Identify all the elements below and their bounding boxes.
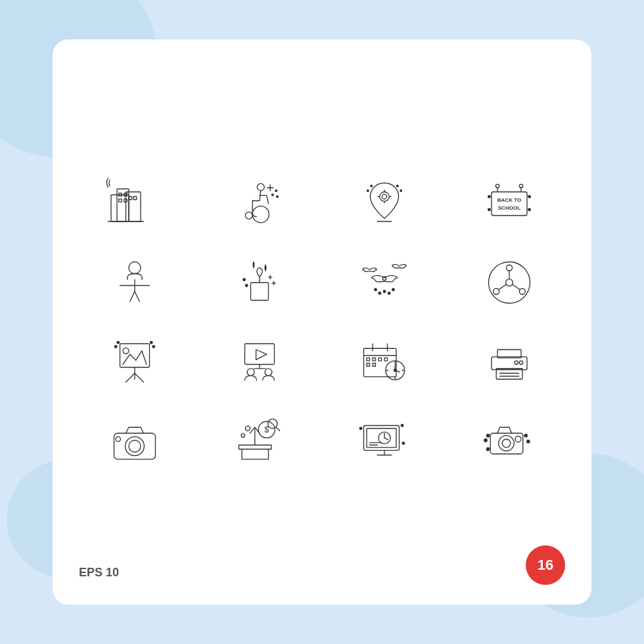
wheelchair-icon (204, 174, 315, 233)
svg-point-116 (241, 434, 244, 437)
svg-rect-91 (373, 363, 376, 367)
money-search-icon: $ (204, 411, 315, 470)
svg-point-36 (488, 195, 491, 198)
svg-point-10 (257, 183, 264, 191)
svg-point-11 (252, 206, 269, 223)
city-buildings-icon (79, 174, 191, 233)
svg-point-73 (117, 341, 120, 344)
svg-rect-5 (119, 199, 122, 202)
svg-point-15 (271, 194, 273, 196)
svg-line-70 (126, 373, 135, 382)
svg-line-71 (135, 373, 144, 382)
svg-rect-76 (245, 344, 275, 365)
svg-rect-8 (133, 196, 137, 200)
svg-rect-103 (492, 357, 527, 370)
svg-line-125 (384, 438, 388, 440)
svg-point-40 (129, 262, 141, 274)
svg-point-133 (502, 439, 511, 448)
svg-point-135 (486, 434, 490, 438)
svg-point-26 (396, 185, 398, 187)
svg-rect-7 (129, 196, 132, 200)
art-easel-icon (79, 332, 191, 391)
svg-point-19 (382, 195, 386, 199)
svg-point-68 (123, 348, 129, 354)
svg-point-58 (388, 292, 390, 294)
svg-point-24 (371, 185, 373, 187)
svg-rect-86 (367, 358, 370, 361)
svg-line-65 (513, 285, 520, 290)
icon-count-badge: 16 (526, 545, 565, 585)
svg-line-66 (499, 285, 507, 290)
svg-point-59 (489, 262, 530, 304)
svg-point-109 (126, 437, 145, 456)
svg-point-127 (401, 425, 403, 427)
svg-point-105 (515, 361, 518, 364)
svg-text:SCHOOL: SCHOOL (498, 205, 521, 211)
settings-location-icon (329, 174, 440, 233)
svg-point-75 (150, 341, 152, 344)
svg-point-136 (484, 439, 488, 442)
svg-point-55 (383, 290, 386, 293)
svg-point-61 (507, 265, 513, 271)
svg-rect-82 (364, 348, 397, 377)
svg-point-25 (367, 190, 369, 192)
icon-grid: BACK TO SCHOOL (79, 174, 565, 470)
svg-point-54 (375, 288, 377, 291)
svg-point-60 (506, 279, 513, 287)
svg-line-42 (130, 292, 135, 302)
svg-point-56 (392, 288, 395, 291)
svg-point-12 (245, 212, 252, 219)
svg-point-115 (245, 426, 250, 430)
svg-point-106 (519, 361, 522, 364)
calendar-clock-icon (329, 332, 440, 391)
svg-point-132 (499, 436, 514, 451)
svg-rect-45 (251, 283, 269, 300)
svg-point-37 (528, 195, 531, 198)
svg-line-43 (135, 292, 139, 302)
projector-camera-icon (453, 411, 565, 470)
svg-rect-120 (367, 428, 396, 448)
svg-rect-90 (367, 363, 370, 367)
svg-point-139 (486, 448, 490, 451)
back-to-school-icon: BACK TO SCHOOL (453, 174, 565, 233)
svg-point-38 (528, 208, 531, 211)
svg-rect-87 (373, 358, 376, 361)
svg-point-16 (275, 190, 277, 192)
person-icon (79, 253, 191, 312)
svg-point-72 (114, 346, 117, 348)
svg-point-18 (380, 192, 389, 201)
svg-point-52 (243, 279, 246, 281)
svg-rect-29 (492, 192, 527, 216)
camera-icon (79, 411, 191, 470)
svg-point-128 (402, 442, 405, 445)
svg-point-111 (116, 437, 120, 442)
svg-point-138 (527, 440, 530, 444)
svg-line-118 (276, 427, 279, 430)
svg-point-78 (247, 369, 254, 376)
svg-rect-88 (379, 358, 382, 361)
svg-point-79 (265, 369, 272, 376)
svg-point-95 (394, 369, 396, 372)
printer-icon (453, 332, 565, 391)
svg-point-74 (152, 346, 155, 348)
svg-marker-77 (256, 350, 267, 359)
svg-rect-119 (364, 426, 400, 451)
svg-point-134 (515, 436, 521, 442)
main-card: BACK TO SCHOOL (53, 39, 591, 605)
video-presentation-icon (204, 332, 315, 391)
svg-text:BACK TO: BACK TO (497, 197, 522, 203)
svg-point-126 (359, 427, 362, 430)
eps-label: EPS 10 (79, 566, 119, 580)
share-circle-icon (453, 253, 565, 312)
svg-point-39 (488, 208, 491, 211)
computer-time-icon (329, 411, 440, 470)
svg-point-110 (129, 440, 141, 452)
svg-point-51 (245, 285, 248, 287)
svg-point-27 (400, 190, 402, 192)
svg-point-57 (379, 292, 381, 294)
bats-icon (329, 253, 440, 312)
svg-point-53 (382, 277, 386, 280)
svg-point-17 (277, 196, 279, 198)
svg-rect-89 (384, 358, 388, 361)
plant-water-icon (204, 253, 315, 312)
